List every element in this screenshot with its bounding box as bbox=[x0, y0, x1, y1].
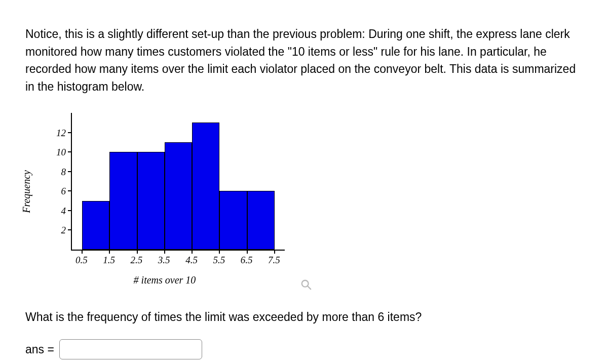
answer-row: ans = bbox=[25, 339, 583, 359]
x-tick: 1.5 bbox=[109, 250, 110, 254]
x-tick: 2.5 bbox=[137, 250, 138, 254]
y-tick: 8 bbox=[68, 171, 72, 172]
x-tick-label: 6.5 bbox=[241, 255, 253, 266]
y-tick-label: 2 bbox=[61, 225, 66, 236]
answer-input[interactable] bbox=[59, 339, 202, 359]
plot-area: 246810120.51.52.53.54.55.56.57.5 bbox=[71, 113, 285, 251]
x-tick-label: 7.5 bbox=[268, 255, 280, 266]
x-tick-label: 4.5 bbox=[185, 255, 198, 266]
x-tick: 7.5 bbox=[274, 250, 275, 254]
histogram-chart: Frequency 246810120.51.52.53.54.55.56.57… bbox=[30, 108, 294, 280]
y-tick: 4 bbox=[68, 210, 72, 211]
problem-text: Notice, this is a slightly different set… bbox=[25, 25, 583, 95]
y-axis-label: Frequency bbox=[21, 170, 32, 213]
x-tick-label: 3.5 bbox=[158, 255, 170, 266]
x-tick-label: 2.5 bbox=[131, 255, 143, 266]
x-tick: 4.5 bbox=[192, 250, 193, 254]
y-tick: 12 bbox=[68, 132, 72, 133]
y-tick-label: 6 bbox=[61, 186, 66, 197]
bar bbox=[192, 123, 219, 250]
bar bbox=[82, 201, 109, 250]
x-tick: 6.5 bbox=[247, 250, 248, 254]
x-tick-label: 5.5 bbox=[213, 255, 225, 266]
y-tick: 6 bbox=[68, 190, 72, 191]
y-tick-label: 8 bbox=[61, 167, 66, 178]
x-tick: 3.5 bbox=[164, 250, 165, 254]
svg-line-1 bbox=[308, 286, 311, 289]
question-text: What is the frequency of times the limit… bbox=[25, 310, 583, 324]
bar bbox=[247, 191, 275, 250]
y-tick: 10 bbox=[68, 151, 72, 152]
x-tick-label: 1.5 bbox=[103, 255, 115, 266]
x-axis-label: # items over 10 bbox=[134, 274, 196, 286]
y-tick-label: 10 bbox=[56, 147, 66, 158]
bar bbox=[137, 152, 165, 250]
y-tick-label: 4 bbox=[61, 206, 66, 217]
answer-label: ans = bbox=[25, 343, 54, 356]
x-tick: 5.5 bbox=[219, 250, 220, 254]
bar bbox=[109, 152, 137, 250]
bar bbox=[219, 191, 247, 250]
y-tick-label: 12 bbox=[56, 128, 66, 139]
zoom-icon[interactable] bbox=[300, 279, 312, 290]
x-tick-label: 0.5 bbox=[75, 255, 88, 266]
y-tick: 2 bbox=[68, 229, 72, 230]
x-tick: 0.5 bbox=[82, 250, 83, 254]
bar bbox=[165, 142, 192, 250]
